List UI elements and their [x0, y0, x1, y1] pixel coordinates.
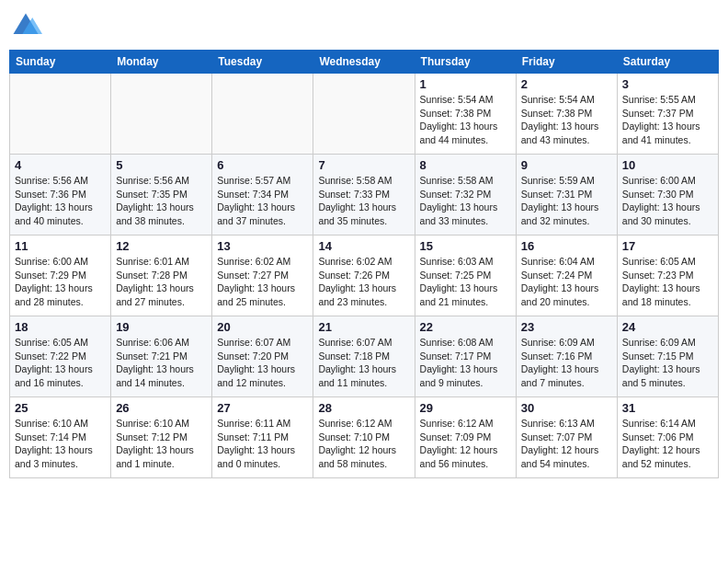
day-number: 19 [116, 320, 207, 334]
day-number: 25 [15, 401, 106, 415]
calendar-cell: 2Sunrise: 5:54 AMSunset: 7:38 PMDaylight… [516, 74, 617, 155]
calendar-cell: 22Sunrise: 6:08 AMSunset: 7:17 PMDayligh… [415, 316, 516, 397]
day-info: Sunrise: 6:09 AMSunset: 7:16 PMDaylight:… [521, 336, 612, 390]
day-number: 29 [420, 401, 511, 415]
day-info: Sunrise: 5:56 AMSunset: 7:35 PMDaylight:… [116, 174, 207, 228]
day-number: 11 [15, 239, 106, 253]
day-info: Sunrise: 5:57 AMSunset: 7:34 PMDaylight:… [217, 174, 308, 228]
column-header-thursday: Thursday [415, 51, 516, 74]
day-number: 21 [318, 320, 409, 334]
day-number: 8 [420, 158, 511, 172]
day-info: Sunrise: 5:55 AMSunset: 7:37 PMDaylight:… [622, 93, 713, 147]
day-number: 15 [420, 239, 511, 253]
day-number: 27 [217, 401, 308, 415]
column-header-tuesday: Tuesday [212, 51, 313, 74]
day-info: Sunrise: 5:54 AMSunset: 7:38 PMDaylight:… [420, 93, 511, 147]
day-info: Sunrise: 5:58 AMSunset: 7:32 PMDaylight:… [420, 174, 511, 228]
calendar-cell: 6Sunrise: 5:57 AMSunset: 7:34 PMDaylight… [212, 155, 313, 236]
calendar-cell: 7Sunrise: 5:58 AMSunset: 7:33 PMDaylight… [313, 155, 415, 236]
calendar-cell: 29Sunrise: 6:12 AMSunset: 7:09 PMDayligh… [415, 397, 516, 478]
calendar-cell: 5Sunrise: 5:56 AMSunset: 7:35 PMDaylight… [111, 155, 212, 236]
column-header-wednesday: Wednesday [313, 51, 415, 74]
calendar-cell: 11Sunrise: 6:00 AMSunset: 7:29 PMDayligh… [10, 236, 111, 316]
day-number: 5 [116, 158, 207, 172]
day-number: 22 [420, 320, 511, 334]
calendar-cell [10, 74, 111, 155]
calendar-cell: 9Sunrise: 5:59 AMSunset: 7:31 PMDaylight… [516, 155, 617, 236]
day-number: 18 [15, 320, 106, 334]
calendar-week-row: 18Sunrise: 6:05 AMSunset: 7:22 PMDayligh… [10, 316, 719, 397]
calendar-cell: 14Sunrise: 6:02 AMSunset: 7:26 PMDayligh… [313, 236, 415, 316]
day-number: 26 [116, 401, 207, 415]
day-number: 24 [622, 320, 713, 334]
day-info: Sunrise: 6:10 AMSunset: 7:12 PMDaylight:… [116, 417, 207, 471]
day-info: Sunrise: 6:05 AMSunset: 7:23 PMDaylight:… [622, 255, 713, 309]
calendar-week-row: 4Sunrise: 5:56 AMSunset: 7:36 PMDaylight… [10, 155, 719, 236]
calendar-header-row: SundayMondayTuesdayWednesdayThursdayFrid… [10, 51, 719, 74]
calendar-cell: 16Sunrise: 6:04 AMSunset: 7:24 PMDayligh… [516, 236, 617, 316]
day-info: Sunrise: 6:12 AMSunset: 7:09 PMDaylight:… [420, 417, 511, 471]
day-info: Sunrise: 6:01 AMSunset: 7:28 PMDaylight:… [116, 255, 207, 309]
calendar-cell: 24Sunrise: 6:09 AMSunset: 7:15 PMDayligh… [617, 316, 718, 397]
calendar-cell: 31Sunrise: 6:14 AMSunset: 7:06 PMDayligh… [617, 397, 718, 478]
day-number: 28 [318, 401, 409, 415]
calendar-week-row: 1Sunrise: 5:54 AMSunset: 7:38 PMDaylight… [10, 74, 719, 155]
day-number: 6 [217, 158, 308, 172]
calendar-cell: 19Sunrise: 6:06 AMSunset: 7:21 PMDayligh… [111, 316, 212, 397]
calendar-cell: 27Sunrise: 6:11 AMSunset: 7:11 PMDayligh… [212, 397, 313, 478]
day-number: 30 [521, 401, 612, 415]
day-number: 20 [217, 320, 308, 334]
day-number: 16 [521, 239, 612, 253]
calendar-cell: 10Sunrise: 6:00 AMSunset: 7:30 PMDayligh… [617, 155, 718, 236]
day-info: Sunrise: 6:10 AMSunset: 7:14 PMDaylight:… [15, 417, 106, 471]
column-header-saturday: Saturday [617, 51, 718, 74]
day-info: Sunrise: 6:07 AMSunset: 7:18 PMDaylight:… [318, 336, 409, 390]
calendar-cell [313, 74, 415, 155]
day-number: 1 [420, 77, 511, 91]
day-number: 17 [622, 239, 713, 253]
day-info: Sunrise: 6:12 AMSunset: 7:10 PMDaylight:… [318, 417, 409, 471]
day-number: 13 [217, 239, 308, 253]
day-info: Sunrise: 5:59 AMSunset: 7:31 PMDaylight:… [521, 174, 612, 228]
calendar-cell: 26Sunrise: 6:10 AMSunset: 7:12 PMDayligh… [111, 397, 212, 478]
day-info: Sunrise: 6:07 AMSunset: 7:20 PMDaylight:… [217, 336, 308, 390]
day-info: Sunrise: 6:13 AMSunset: 7:07 PMDaylight:… [521, 417, 612, 471]
calendar-cell: 21Sunrise: 6:07 AMSunset: 7:18 PMDayligh… [313, 316, 415, 397]
day-info: Sunrise: 6:04 AMSunset: 7:24 PMDaylight:… [521, 255, 612, 309]
day-number: 3 [622, 77, 713, 91]
day-number: 9 [521, 158, 612, 172]
calendar-cell: 4Sunrise: 5:56 AMSunset: 7:36 PMDaylight… [10, 155, 111, 236]
calendar-cell: 28Sunrise: 6:12 AMSunset: 7:10 PMDayligh… [313, 397, 415, 478]
day-number: 4 [15, 158, 106, 172]
day-info: Sunrise: 6:00 AMSunset: 7:30 PMDaylight:… [622, 174, 713, 228]
calendar-week-row: 11Sunrise: 6:00 AMSunset: 7:29 PMDayligh… [10, 236, 719, 316]
day-number: 14 [318, 239, 409, 253]
day-info: Sunrise: 6:06 AMSunset: 7:21 PMDaylight:… [116, 336, 207, 390]
day-number: 10 [622, 158, 713, 172]
calendar-cell: 13Sunrise: 6:02 AMSunset: 7:27 PMDayligh… [212, 236, 313, 316]
day-info: Sunrise: 6:00 AMSunset: 7:29 PMDaylight:… [15, 255, 106, 309]
column-header-monday: Monday [111, 51, 212, 74]
calendar-cell: 30Sunrise: 6:13 AMSunset: 7:07 PMDayligh… [516, 397, 617, 478]
day-info: Sunrise: 6:02 AMSunset: 7:27 PMDaylight:… [217, 255, 308, 309]
logo-icon [9, 9, 42, 42]
day-number: 31 [622, 401, 713, 415]
calendar-cell: 17Sunrise: 6:05 AMSunset: 7:23 PMDayligh… [617, 236, 718, 316]
day-info: Sunrise: 5:58 AMSunset: 7:33 PMDaylight:… [318, 174, 409, 228]
calendar-cell [111, 74, 212, 155]
calendar-cell: 1Sunrise: 5:54 AMSunset: 7:38 PMDaylight… [415, 74, 516, 155]
day-number: 23 [521, 320, 612, 334]
day-number: 12 [116, 239, 207, 253]
day-info: Sunrise: 6:05 AMSunset: 7:22 PMDaylight:… [15, 336, 106, 390]
day-info: Sunrise: 6:09 AMSunset: 7:15 PMDaylight:… [622, 336, 713, 390]
calendar-cell: 25Sunrise: 6:10 AMSunset: 7:14 PMDayligh… [10, 397, 111, 478]
calendar-table: SundayMondayTuesdayWednesdayThursdayFrid… [9, 50, 719, 478]
calendar-cell: 18Sunrise: 6:05 AMSunset: 7:22 PMDayligh… [10, 316, 111, 397]
calendar-week-row: 25Sunrise: 6:10 AMSunset: 7:14 PMDayligh… [10, 397, 719, 478]
calendar-cell: 8Sunrise: 5:58 AMSunset: 7:32 PMDaylight… [415, 155, 516, 236]
calendar-cell: 15Sunrise: 6:03 AMSunset: 7:25 PMDayligh… [415, 236, 516, 316]
day-info: Sunrise: 5:56 AMSunset: 7:36 PMDaylight:… [15, 174, 106, 228]
calendar-cell [212, 74, 313, 155]
day-info: Sunrise: 6:08 AMSunset: 7:17 PMDaylight:… [420, 336, 511, 390]
day-number: 7 [318, 158, 409, 172]
